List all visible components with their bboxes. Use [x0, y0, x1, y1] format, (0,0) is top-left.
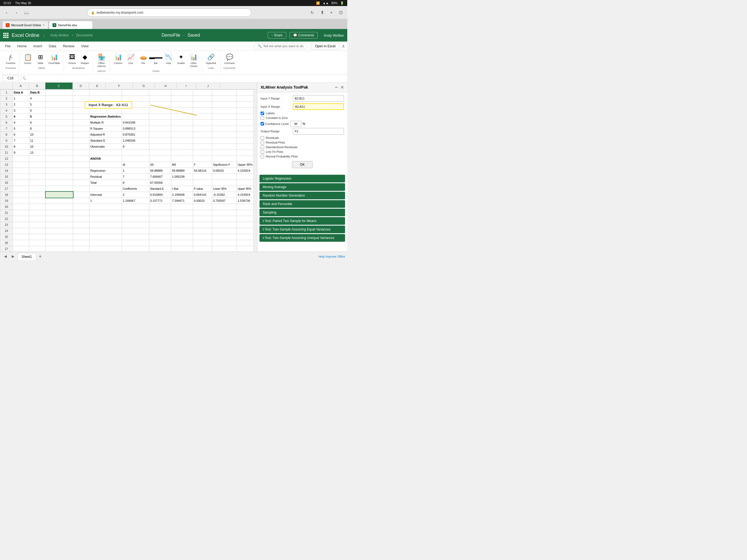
cell-E27[interactable] [89, 246, 122, 252]
cell-D6[interactable] [73, 120, 89, 126]
cell-extra1-19[interactable]: 1.539736 [236, 198, 254, 204]
cell-A12[interactable] [13, 156, 29, 161]
cell-G26[interactable] [149, 240, 171, 246]
cell-E1[interactable] [89, 90, 122, 96]
cell-H10[interactable] [171, 144, 193, 150]
cell-D8[interactable] [73, 131, 89, 137]
cell-J22[interactable] [212, 216, 236, 222]
cell-F12[interactable] [122, 156, 149, 161]
tool-rank-percentile[interactable]: Rank and Percentile [259, 200, 345, 208]
cell-C20[interactable] [46, 204, 73, 210]
cell-B5[interactable]: 5 [29, 113, 46, 120]
add-sheet-button[interactable]: + [37, 254, 44, 259]
cell-B8[interactable]: 10 [29, 131, 46, 137]
cell-B26[interactable] [29, 240, 46, 246]
cell-extra1-18[interactable]: 4.153919 [236, 192, 254, 198]
cell-G20[interactable] [149, 204, 171, 210]
ribbon-function-button[interactable]: fx Function [4, 52, 17, 66]
cell-I9[interactable] [193, 137, 212, 144]
cell-B24[interactable] [29, 228, 46, 234]
cell-H22[interactable] [171, 216, 193, 222]
cell-D10[interactable] [73, 144, 89, 150]
confidence-value-input[interactable] [290, 121, 301, 127]
cell-F27[interactable] [122, 246, 149, 252]
cell-J12[interactable] [212, 156, 236, 161]
cell-J27[interactable] [212, 246, 236, 252]
tool-random-number[interactable]: Random Number Generation [259, 192, 345, 199]
cell-J1[interactable] [212, 90, 236, 96]
cell-J17[interactable]: Lower 95% [212, 186, 236, 192]
cell-extra1-20[interactable] [236, 204, 254, 210]
ribbon-addins-button[interactable]: 🏪 OfficeAdd-ins [96, 52, 107, 69]
cell-H14[interactable]: 59.88889 [171, 168, 193, 174]
cell-G4[interactable] [149, 107, 171, 113]
cell-B1[interactable]: Data B [29, 90, 46, 96]
cell-A6[interactable]: 4 [13, 120, 29, 126]
tab-excel[interactable]: X DemoFile.xlsx [49, 21, 93, 29]
cell-J6[interactable] [212, 120, 236, 126]
col-header-d[interactable]: D [73, 82, 89, 89]
cell-J11[interactable] [212, 150, 236, 156]
cell-F1[interactable] [122, 90, 149, 96]
cell-C11[interactable] [46, 150, 73, 156]
cell-H3[interactable] [171, 101, 193, 107]
cell-D23[interactable] [73, 222, 89, 228]
tab-office-close[interactable]: ✕ [43, 24, 45, 27]
cell-extra1-23[interactable] [236, 222, 254, 228]
cell-F7[interactable]: 0.886513 [122, 126, 149, 131]
cell-J13[interactable]: Significance F [212, 161, 236, 168]
cell-I22[interactable] [193, 216, 212, 222]
cell-J10[interactable] [212, 144, 236, 150]
cell-A3[interactable]: 2 [13, 101, 29, 107]
cell-B23[interactable] [29, 222, 46, 228]
cell-E22[interactable] [89, 216, 122, 222]
cell-B11[interactable]: 13 [29, 150, 46, 156]
cell-extra1-4[interactable] [236, 107, 254, 113]
ribbon-forms-button[interactable]: 📋 Forms [22, 52, 34, 66]
cell-B9[interactable]: 11 [29, 137, 46, 144]
ribbon-bar-button[interactable]: ▬▬▬ Bar [150, 52, 162, 69]
col-header-a[interactable]: A [12, 82, 29, 89]
cell-I11[interactable] [193, 150, 212, 156]
cell-F19[interactable]: 1.166667 [122, 198, 149, 204]
ribbon-pie-button[interactable]: 🥧 Pie [137, 52, 149, 69]
cell-E21[interactable] [89, 210, 122, 216]
cell-D11[interactable] [73, 150, 89, 156]
cell-H4[interactable] [171, 107, 193, 113]
panel-close-button[interactable]: ✕ [340, 85, 344, 90]
normal-prob-checkbox[interactable] [261, 155, 264, 158]
cell-B4[interactable]: 6 [29, 107, 46, 113]
cell-C24[interactable] [46, 228, 73, 234]
cell-D9[interactable] [73, 137, 89, 144]
cell-H18[interactable]: 2.195648 [171, 192, 193, 198]
cell-F5[interactable] [122, 113, 149, 120]
cell-H11[interactable] [171, 150, 193, 156]
cell-C21[interactable] [46, 210, 73, 216]
cell-B7[interactable]: 8 [29, 126, 46, 131]
cell-C26[interactable] [46, 240, 73, 246]
cell-F26[interactable] [122, 240, 149, 246]
cell-D2[interactable] [73, 96, 89, 101]
cell-extra1-3[interactable] [236, 101, 254, 107]
cell-E14[interactable]: Regression [89, 168, 122, 174]
cell-G11[interactable] [149, 150, 171, 156]
constant-zero-checkbox[interactable] [261, 116, 264, 120]
prev-sheet-button[interactable]: ◄ [2, 254, 9, 259]
menu-review[interactable]: Review [60, 43, 77, 49]
cell-F2[interactable] [122, 96, 149, 101]
open-excel-button[interactable]: Open in Excel [311, 43, 340, 50]
cell-B12[interactable] [29, 156, 46, 161]
waffle-menu[interactable] [3, 33, 8, 38]
cell-A20[interactable] [13, 204, 29, 210]
cell-A4[interactable]: 3 [13, 107, 29, 113]
cell-B20[interactable] [29, 204, 46, 210]
cell-E12[interactable]: ANOVA [89, 156, 122, 161]
cell-A24[interactable] [13, 228, 29, 234]
cell-E18[interactable]: Intercept [89, 192, 122, 198]
cell-A10[interactable]: 8 [13, 144, 29, 150]
new-tab-button[interactable]: + [328, 9, 335, 17]
cell-D20[interactable] [73, 204, 89, 210]
cell-extra1-21[interactable] [236, 210, 254, 216]
cell-B16[interactable] [29, 180, 46, 186]
cell-F9[interactable]: 1.046536 [122, 137, 149, 144]
